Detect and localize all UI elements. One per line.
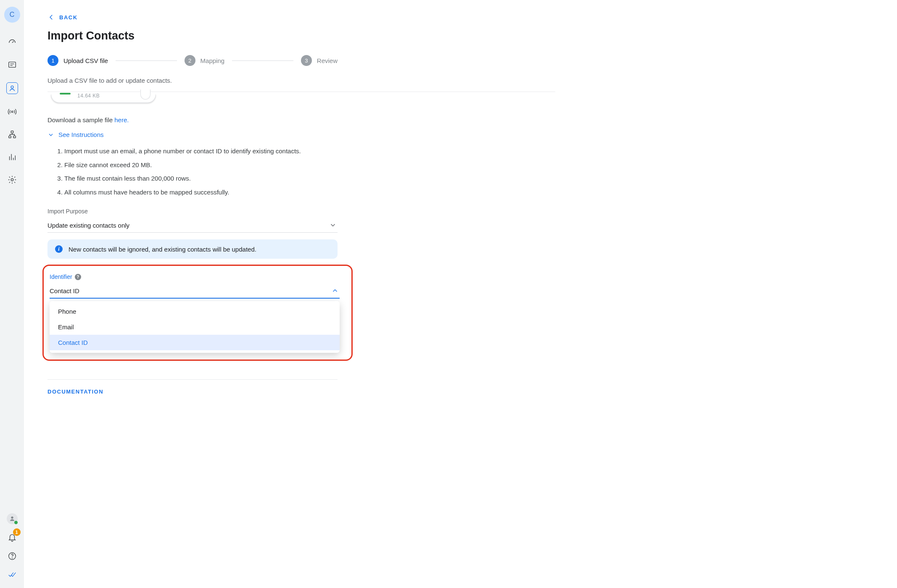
svg-point-7 xyxy=(11,517,13,519)
back-label: BACK xyxy=(59,14,78,21)
brand-check-icon[interactable] xyxy=(7,570,17,580)
identifier-help-icon[interactable]: ? xyxy=(75,274,81,280)
identifier-option-email[interactable]: Email xyxy=(50,319,340,335)
contacts-icon[interactable] xyxy=(6,82,18,94)
sidebar: C 1 xyxy=(0,0,24,588)
user-presence-icon[interactable] xyxy=(7,513,18,524)
step-3-number: 3 xyxy=(301,55,312,66)
back-button[interactable]: BACK xyxy=(47,13,555,21)
svg-point-1 xyxy=(11,86,13,88)
download-sample-line: Download a sample file here. xyxy=(47,116,555,123)
instruction-item: Import must use an email, a phone number… xyxy=(64,147,555,156)
dashboard-icon[interactable] xyxy=(7,37,17,47)
uploaded-file-chip[interactable]: 14.64 KB xyxy=(51,94,156,103)
chevron-down-icon xyxy=(329,221,337,229)
notifications-icon[interactable]: 1 xyxy=(7,533,17,543)
download-sample-link[interactable]: here. xyxy=(114,116,129,123)
stepper: 1 Upload CSV file 2 Mapping 3 Review xyxy=(47,55,338,66)
svg-point-9 xyxy=(12,558,12,558)
instruction-item: All columns must have headers to be mapp… xyxy=(64,188,555,197)
settings-icon[interactable] xyxy=(7,175,17,185)
step-1-number: 1 xyxy=(47,55,58,66)
svg-rect-0 xyxy=(8,62,16,68)
page-title: Import Contacts xyxy=(47,29,555,42)
info-icon: i xyxy=(55,245,63,253)
svg-point-2 xyxy=(11,111,13,113)
reports-icon[interactable] xyxy=(7,152,17,162)
remove-file-icon[interactable] xyxy=(140,89,150,100)
identifier-value: Contact ID xyxy=(50,287,79,294)
step-2-number: 2 xyxy=(185,55,195,66)
identifier-select[interactable]: Contact ID xyxy=(50,285,340,299)
chevron-up-icon xyxy=(331,287,339,294)
notification-badge: 1 xyxy=(13,528,21,536)
upload-description: Upload a CSV file to add or update conta… xyxy=(47,77,555,84)
identifier-label: Identifier xyxy=(50,273,72,280)
import-purpose-value: Update existing contacts only xyxy=(47,222,129,229)
messages-icon[interactable] xyxy=(7,60,17,70)
help-icon[interactable] xyxy=(7,551,17,561)
identifier-option-phone[interactable]: Phone xyxy=(50,304,340,319)
svg-rect-4 xyxy=(8,136,11,138)
broadcast-icon[interactable] xyxy=(7,107,17,117)
file-size: 14.64 KB xyxy=(77,93,100,99)
import-purpose-select[interactable]: Update existing contacts only xyxy=(47,219,338,233)
documentation-link[interactable]: DOCUMENTATION xyxy=(47,388,103,395)
identifier-highlight: Identifier ? Contact ID Phone Email Cont… xyxy=(42,265,353,361)
import-purpose-label: Import Purpose xyxy=(47,208,338,215)
identifier-option-contact-id[interactable]: Contact ID xyxy=(50,335,340,350)
info-text: New contacts will be ignored, and existi… xyxy=(69,246,256,253)
info-banner: i New contacts will be ignored, and exis… xyxy=(47,239,338,259)
instruction-item: The file must contain less than 200,000 … xyxy=(64,174,555,184)
main-content: BACK Import Contacts 1 Upload CSV file 2… xyxy=(24,0,579,588)
instruction-item: File size cannot exceed 20 MB. xyxy=(64,160,555,170)
see-instructions-toggle[interactable]: See Instructions xyxy=(47,131,555,138)
step-1-label: Upload CSV file xyxy=(63,57,108,64)
svg-rect-5 xyxy=(13,136,16,138)
identifier-dropdown: Phone Email Contact ID xyxy=(50,301,340,353)
step-2-label: Mapping xyxy=(201,57,225,64)
svg-rect-3 xyxy=(11,131,13,133)
step-3-label: Review xyxy=(317,57,338,64)
svg-point-6 xyxy=(11,178,13,181)
workflow-icon[interactable] xyxy=(7,129,17,139)
instructions-list: Import must use an email, a phone number… xyxy=(57,147,555,197)
workspace-avatar[interactable]: C xyxy=(4,7,20,23)
